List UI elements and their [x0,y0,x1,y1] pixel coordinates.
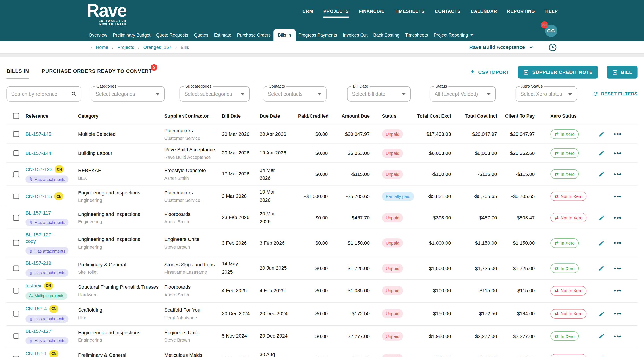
col-total-cost-incl[interactable]: Total Cost Incl [454,113,500,118]
client-to-pay-cell: -$115.00 [500,171,538,177]
col-paid-credited[interactable]: Paid/Credited [298,113,331,118]
user-avatar[interactable]: GG 30 [545,25,557,37]
project-nav-tab[interactable]: Quote Requests [153,29,191,41]
more-actions-button[interactable] [614,153,621,154]
search-input[interactable] [11,91,69,97]
row-checkbox[interactable] [13,288,19,294]
main-nav-item[interactable]: CONTACTS [435,9,460,14]
row-checkbox[interactable] [13,150,19,156]
more-actions-button[interactable] [614,290,621,291]
bill-reference-link[interactable]: BL-157-144 [26,150,51,157]
col-total-cost-excl[interactable]: Total Cost Excl [416,113,454,118]
edit-button[interactable] [598,171,605,177]
add-bill-button[interactable]: BILL [606,66,637,79]
project-nav-tab[interactable]: Overview [86,29,110,41]
edit-button[interactable] [598,150,605,156]
clock-icon[interactable] [548,43,557,52]
project-nav-tab[interactable]: Progress Payments [296,29,340,41]
sync-arrows-icon: ⇄ [554,132,559,137]
project-selector[interactable]: Rave Build Acceptance [469,45,534,50]
more-actions-button[interactable] [614,335,621,337]
client-to-pay-cell: $20,047.97 [500,131,538,137]
row-checkbox[interactable] [13,240,19,246]
rave-logo[interactable]: Rave SOFTWARE FOR KIWI BUILDERS [87,1,126,26]
row-checkbox[interactable] [13,131,19,137]
more-actions-button[interactable] [614,313,621,314]
bill-reference-link[interactable]: testbex [26,282,41,289]
edit-button[interactable] [598,310,605,317]
project-nav-tab[interactable]: Preliminary Budget [110,29,153,41]
more-actions-button[interactable] [614,196,621,197]
project-nav-tab[interactable]: Quotes [191,29,211,41]
contacts-filter[interactable]: Contacts Select contacts [263,86,326,102]
breadcrumb-item[interactable]: Projects [117,45,134,50]
more-actions-button[interactable] [614,242,621,244]
col-xero-status[interactable]: Xero Status [538,113,588,118]
col-bill-date[interactable]: Bill Date [222,113,260,118]
edit-button[interactable] [598,215,605,221]
project-nav-tab[interactable]: Project Reporting [431,29,476,41]
main-nav-item[interactable]: CALENDAR [471,9,497,14]
col-reference[interactable]: Reference [26,113,78,118]
tab-bills-in[interactable]: BILLS IN [6,68,29,80]
breadcrumb-item[interactable]: Bills [181,45,189,50]
bill-reference-link[interactable]: BL-157-127 [26,328,51,335]
row-checkbox[interactable] [13,171,19,177]
edit-button[interactable] [598,333,605,339]
more-actions-button[interactable] [614,133,621,135]
tab-po-ready-to-convert[interactable]: PURCHASE ORDERS READY TO CONVERT 5 [42,68,152,80]
project-nav-tab[interactable]: Back Costing [370,29,402,41]
bill-reference-link[interactable]: BL-157-145 [26,131,51,138]
bill-reference-link[interactable]: BL-157-127 - copy [26,231,54,245]
search-box[interactable] [6,86,81,102]
row-checkbox[interactable] [13,356,19,357]
breadcrumb-item[interactable]: Home [96,45,108,50]
project-nav-tab[interactable]: Purchase Orders [234,29,274,41]
xero-status-filter[interactable]: Xero Status Select Xero status [516,86,577,102]
main-nav-item[interactable]: PROJECTS [324,9,349,14]
project-nav-tab[interactable]: Estimate [211,29,234,41]
main-nav-item[interactable]: HELP [545,9,558,14]
project-nav-tab[interactable]: Invoices Out [340,29,370,41]
subcategories-filter[interactable]: Subcategories Select subcategories [180,86,250,102]
main-nav-item[interactable]: REPORTING [507,9,535,14]
col-category[interactable]: Category [78,113,164,118]
row-checkbox[interactable] [13,194,19,199]
row-checkbox[interactable] [13,311,19,316]
col-amount-due[interactable]: Amount Due [331,113,373,118]
more-actions-button[interactable] [614,173,621,175]
breadcrumb-item[interactable]: Oranges_157 [144,45,172,50]
col-client-to-pay[interactable]: Client To Pay [500,113,538,118]
edit-button[interactable] [598,240,605,246]
bill-reference-link[interactable]: CN-157-122 [26,166,52,173]
col-supplier-contractor[interactable]: Supplier/Contractor [164,113,222,118]
row-checkbox[interactable] [13,215,19,221]
main-nav-item[interactable]: FINANCIAL [359,9,384,14]
bill-reference-link[interactable]: CN-157-4 [26,305,47,312]
project-nav-tab[interactable]: Timesheets [402,29,431,41]
bill-reference-link[interactable]: CN-157-1 [26,350,47,357]
project-nav-tab[interactable]: Bills In [274,29,296,41]
bill-reference-link[interactable]: BL-157-219 [26,260,51,267]
col-due-date[interactable]: Due Date [260,113,298,118]
more-actions-button[interactable] [614,217,621,219]
main-nav-item[interactable]: CRM [302,9,313,14]
row-checkbox[interactable] [13,265,19,271]
bill-reference-link[interactable]: CN-157-115 [26,193,52,200]
row-checkbox[interactable] [13,333,19,339]
bill-date-filter[interactable]: Bill Date Select bill date [347,86,411,102]
main-nav-item[interactable]: TIMESHEETS [394,9,424,14]
edit-button[interactable] [598,131,605,137]
col-status[interactable]: Status [373,113,416,118]
total-cost-excl-cell: -$5,831.00 [416,194,454,199]
categories-filter[interactable]: Categories Select categories [91,86,164,102]
supplier-credit-note-button[interactable]: SUPPLIER CREDIT NOTE [518,66,598,79]
bill-reference-link[interactable]: BL-157-117 [26,210,51,216]
more-actions-button[interactable] [614,267,621,269]
csv-import-button[interactable]: CSV IMPORT [469,69,510,75]
edit-button[interactable] [598,355,605,357]
status-filter[interactable]: Status All (Except Voided) [430,86,496,102]
reset-filters-button[interactable]: RESET FILTERS [593,91,638,97]
edit-button[interactable] [598,265,605,271]
select-all-checkbox[interactable] [13,113,19,119]
